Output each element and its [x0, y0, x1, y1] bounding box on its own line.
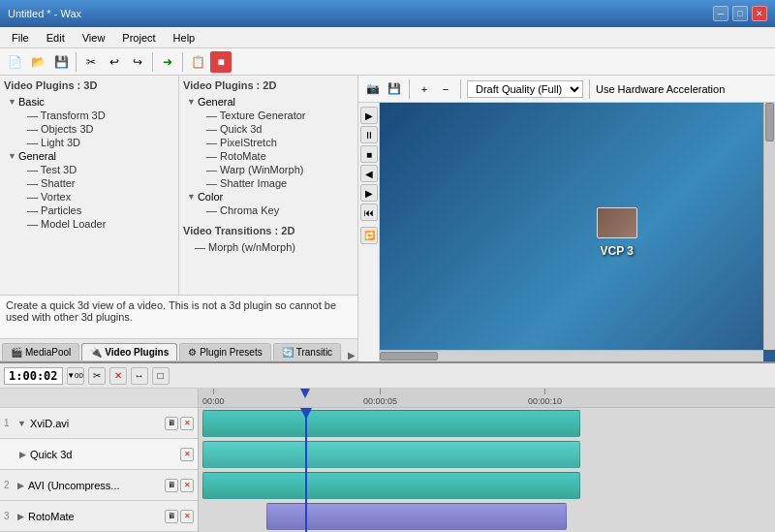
save-preview-button[interactable]: 💾: [386, 80, 403, 98]
track-1-expand[interactable]: ▼: [17, 419, 26, 428]
quality-select[interactable]: Draft Quality (Full): [467, 80, 583, 98]
preview-h-scrollbar-thumb[interactable]: [380, 352, 438, 360]
item-chroma-key[interactable]: — Chroma Key: [187, 203, 354, 217]
track-header-2: 2 ▶ AVI (Uncompress... 🖥 ✕: [0, 470, 198, 501]
item-particles[interactable]: — Particles: [8, 203, 174, 217]
item-morph[interactable]: — Morph (w/nMorph): [183, 240, 354, 254]
vcp-thumbnail: [597, 207, 637, 238]
forward-button[interactable]: ➜: [157, 51, 178, 73]
title-bar: Untitled * - Wax ─ □ ✕: [0, 0, 775, 27]
undo-button[interactable]: ↩: [104, 51, 125, 73]
separator-1: [76, 52, 77, 72]
tabs-more-arrow[interactable]: ▶: [348, 350, 356, 360]
close-button[interactable]: ✕: [752, 6, 767, 21]
tl-cut-btn[interactable]: ✂: [88, 367, 106, 385]
item-light-3d[interactable]: — Light 3D: [8, 136, 174, 149]
zoom-out-button[interactable]: −: [437, 80, 454, 98]
tracks-canvas[interactable]: [199, 408, 775, 532]
maximize-button[interactable]: □: [732, 6, 748, 21]
track-1-sub: ▶ Quick 3d ✕: [0, 439, 198, 470]
tl-move-btn[interactable]: ↔: [131, 367, 148, 385]
redo-button[interactable]: ↪: [127, 51, 148, 73]
item-model-loader[interactable]: — Model Loader: [8, 217, 174, 231]
minimize-button[interactable]: ─: [713, 6, 728, 21]
category-color-2d[interactable]: ▼ Color: [187, 190, 354, 203]
cut-button[interactable]: ✂: [80, 51, 102, 73]
paste-button[interactable]: ■: [210, 51, 232, 73]
preview-vcp: VCP 3: [597, 207, 637, 258]
ruler-label-10: 00:00:10: [528, 396, 562, 406]
preview-v-scrollbar[interactable]: [763, 103, 775, 350]
category-basic[interactable]: ▼ Basic: [8, 95, 174, 109]
menu-file[interactable]: File: [4, 30, 37, 46]
loop-button[interactable]: 🔁: [360, 227, 378, 244]
preview-v-scrollbar-thumb[interactable]: [765, 103, 774, 141]
track-1-close-icon[interactable]: ✕: [180, 417, 194, 430]
menu-edit[interactable]: Edit: [39, 30, 73, 46]
tabs-row: 🎬 MediaPool 🔌 Video Plugins ⚙ Plugin Pre…: [0, 338, 357, 361]
clip-track-2[interactable]: [202, 472, 580, 499]
zoom-in-button[interactable]: +: [416, 80, 433, 98]
track-2-expand[interactable]: ▶: [17, 481, 24, 490]
menu-help[interactable]: Help: [166, 30, 203, 46]
step-back-button[interactable]: ◀: [360, 165, 378, 182]
pause-button[interactable]: ⏸: [360, 126, 378, 143]
basic-label: Basic: [18, 96, 45, 108]
item-pixelstretch[interactable]: — PixelStretch: [187, 136, 354, 149]
play-forward-button[interactable]: ▶: [360, 184, 378, 202]
tl-speed-btn[interactable]: ▼00: [67, 367, 84, 385]
tab-transitic[interactable]: 🔄 Transitic: [273, 343, 341, 360]
item-transform-3d[interactable]: — Transform 3D: [8, 109, 174, 122]
skip-back-button[interactable]: ⏮: [360, 203, 378, 221]
item-shatter-3d[interactable]: — Shatter: [8, 176, 174, 190]
save-button[interactable]: 💾: [50, 51, 72, 73]
item-warp-morph[interactable]: — Warp (WinMorph): [187, 163, 354, 176]
ruler-label-5: 00:00:05: [363, 396, 397, 406]
preview-h-scrollbar[interactable]: [380, 350, 763, 361]
category-general-2d[interactable]: ▼ General: [187, 95, 354, 109]
track-2-monitor-icon[interactable]: 🖥: [165, 479, 178, 492]
videoplugins-icon: 🔌: [90, 347, 102, 358]
track-3-close-icon[interactable]: ✕: [180, 510, 194, 523]
tl-delete-btn[interactable]: ✕: [109, 367, 127, 385]
menu-view[interactable]: View: [75, 30, 113, 46]
track-1-monitor-icon[interactable]: 🖥: [165, 417, 178, 430]
item-test-3d[interactable]: — Test 3D: [8, 163, 174, 176]
clip-track-1[interactable]: [202, 410, 580, 437]
play-to-start-button[interactable]: ▶: [360, 107, 378, 124]
item-texture-gen[interactable]: — Texture Generator: [187, 109, 354, 122]
tab-pluginpresets[interactable]: ⚙ Plugin Presets: [179, 343, 270, 360]
category-general-3d[interactable]: ▼ General: [8, 149, 174, 163]
tab-videoplugins[interactable]: 🔌 Video Plugins: [81, 343, 177, 360]
expand-general-2d-icon: ▼: [187, 97, 196, 107]
clip-track-1-sub[interactable]: [202, 441, 580, 468]
transitic-icon: 🔄: [282, 347, 294, 358]
color-label: Color: [198, 191, 223, 203]
copy-button[interactable]: 📋: [187, 51, 208, 73]
item-vortex[interactable]: — Vortex: [8, 190, 174, 203]
track-1-sub-expand[interactable]: ▶: [19, 450, 26, 459]
menu-project[interactable]: Project: [114, 30, 163, 46]
track-headers: 1 ▼ XviD.avi 🖥 ✕ ▶ Quick 3d ✕ 2 ▶: [0, 389, 199, 532]
new-button[interactable]: 📄: [4, 51, 25, 73]
stop-button[interactable]: ■: [360, 145, 378, 163]
tl-more-btn[interactable]: □: [152, 367, 170, 385]
open-button[interactable]: 📂: [27, 51, 48, 73]
track-header-ruler-spacer: [0, 389, 198, 408]
track-1-sub-close-icon[interactable]: ✕: [180, 448, 194, 461]
snapshot-button[interactable]: 📷: [364, 80, 382, 98]
plugins-3d-column: Video Plugins : 3D ▼ Basic — Transform 3…: [0, 76, 179, 295]
time-display: 1:00:02: [4, 367, 63, 385]
mediapool-icon: 🎬: [11, 347, 22, 358]
item-shatter-image[interactable]: — Shatter Image: [187, 176, 354, 190]
track-3-expand[interactable]: ▶: [17, 512, 24, 521]
item-quick-3d[interactable]: — Quick 3d: [187, 122, 354, 136]
track-2-close-icon[interactable]: ✕: [180, 479, 194, 492]
item-rotomate[interactable]: — RotoMate: [187, 149, 354, 163]
item-objects-3d[interactable]: — Objects 3D: [8, 122, 174, 136]
track-3-monitor-icon[interactable]: 🖥: [165, 510, 178, 523]
tab-mediapool[interactable]: 🎬 MediaPool: [2, 343, 79, 360]
acceleration-label: Use Hardware Acceleration: [596, 83, 725, 95]
clip-track-3[interactable]: [266, 503, 567, 530]
track-2-number: 2: [4, 480, 14, 490]
